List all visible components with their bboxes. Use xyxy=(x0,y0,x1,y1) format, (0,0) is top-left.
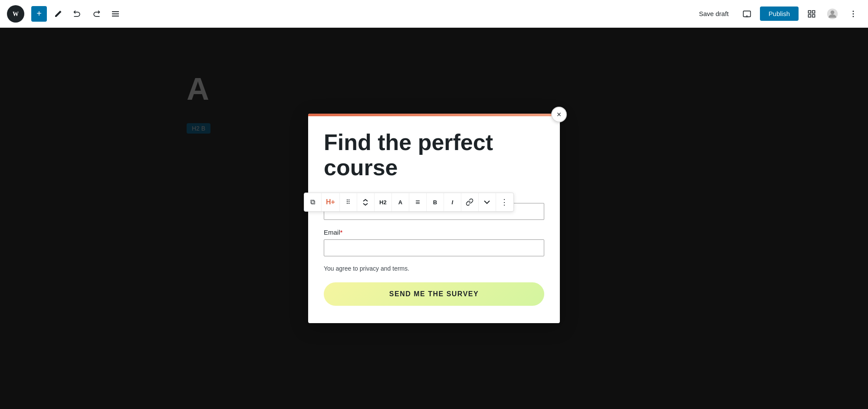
chevron-up-icon xyxy=(363,199,368,206)
user-avatar-button[interactable] xyxy=(825,6,840,22)
block-overflow-menu[interactable]: ⋮ xyxy=(496,193,513,212)
modal-close-button[interactable]: × xyxy=(551,107,567,122)
publish-button[interactable]: Publish xyxy=(760,7,799,21)
text-color-button[interactable]: A xyxy=(392,193,409,212)
svg-text:W: W xyxy=(13,11,19,17)
svg-point-13 xyxy=(831,10,835,14)
privacy-text: You agree to privacy and terms. xyxy=(324,265,544,272)
drag-icon: ⠿ xyxy=(346,199,350,206)
wordpress-logo: W xyxy=(7,5,24,23)
email-field-group: Email* xyxy=(324,229,544,256)
options-button[interactable] xyxy=(845,6,861,22)
svg-rect-9 xyxy=(812,10,815,13)
redo-button[interactable] xyxy=(89,6,104,22)
heading-type-button[interactable]: H+ xyxy=(322,193,340,212)
popup-modal: × ⧉ H+ ⠿ H2 A ≡ B I xyxy=(308,114,560,323)
modal-title: Find the perfect course xyxy=(324,130,544,180)
italic-button[interactable]: I xyxy=(444,193,461,212)
bold-button[interactable]: B xyxy=(427,193,444,212)
preview-button[interactable] xyxy=(739,6,755,22)
chevron-down-icon xyxy=(484,200,490,204)
drag-handle[interactable]: ⠿ xyxy=(340,193,357,212)
top-toolbar: W + Save draft Publish xyxy=(0,0,868,28)
h2-selector[interactable]: H2 xyxy=(375,193,392,212)
svg-rect-8 xyxy=(809,10,811,13)
document-overview-button[interactable] xyxy=(108,6,123,22)
svg-rect-10 xyxy=(809,14,811,17)
link-button[interactable] xyxy=(461,193,479,212)
email-required-star: * xyxy=(340,229,343,236)
svg-point-16 xyxy=(853,16,854,17)
align-icon: ≡ xyxy=(415,198,420,207)
email-label: Email* xyxy=(324,229,544,236)
link-icon xyxy=(466,198,473,206)
block-select-button[interactable]: ⧉ xyxy=(304,193,322,212)
svg-rect-11 xyxy=(812,14,815,17)
svg-rect-4 xyxy=(112,16,119,16)
modal-content: Find the perfect course Name* Email* You… xyxy=(308,116,560,323)
modal-overlay: × ⧉ H+ ⠿ H2 A ≡ B I xyxy=(0,28,868,409)
more-options-chevron[interactable] xyxy=(479,193,496,212)
svg-point-14 xyxy=(853,10,854,12)
svg-point-15 xyxy=(853,13,854,14)
block-toolbar: ⧉ H+ ⠿ H2 A ≡ B I xyxy=(304,193,514,212)
save-draft-button[interactable]: Save draft xyxy=(694,7,733,21)
toolbar-left: W + xyxy=(7,5,123,23)
overflow-dots-icon: ⋮ xyxy=(500,197,509,207)
submit-survey-button[interactable]: SEND ME THE SURVEY xyxy=(324,282,544,306)
email-input[interactable] xyxy=(324,239,544,256)
settings-panel-button[interactable] xyxy=(804,6,819,22)
edit-tool-button[interactable] xyxy=(50,6,66,22)
undo-button[interactable] xyxy=(69,6,85,22)
svg-rect-3 xyxy=(112,13,119,14)
svg-rect-2 xyxy=(112,11,119,12)
add-block-button[interactable]: + xyxy=(31,6,47,22)
align-button[interactable]: ≡ xyxy=(409,193,427,212)
move-up-button[interactable] xyxy=(357,193,375,212)
block-select-icon: ⧉ xyxy=(310,198,315,206)
heading-icon: H+ xyxy=(326,198,335,206)
toolbar-right: Save draft Publish xyxy=(694,6,861,22)
